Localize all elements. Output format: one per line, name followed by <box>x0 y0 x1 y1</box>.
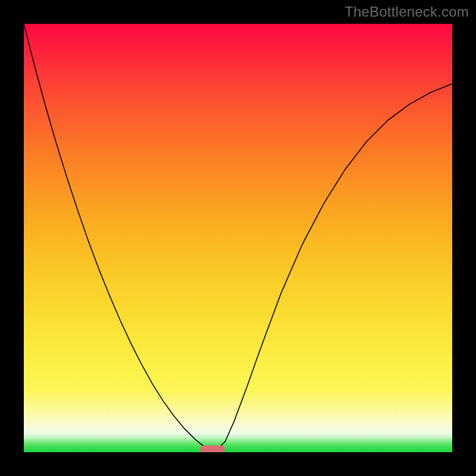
curve-path <box>24 24 452 451</box>
plot-area <box>24 24 452 452</box>
chart-frame: TheBottleneck.com <box>0 0 476 476</box>
bottleneck-curve <box>24 24 452 452</box>
watermark-text: TheBottleneck.com <box>345 4 469 20</box>
optimal-marker <box>200 446 225 452</box>
